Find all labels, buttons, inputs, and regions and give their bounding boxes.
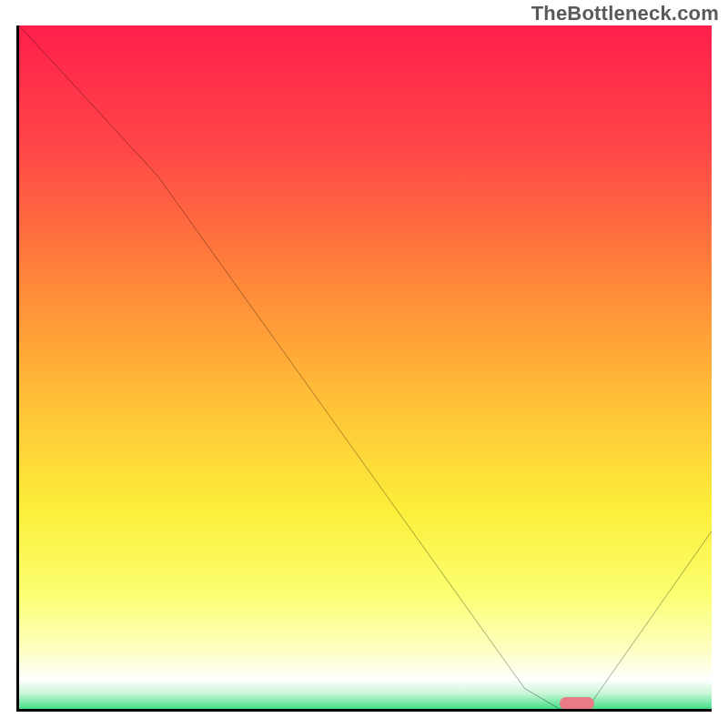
chart-line [19, 25, 712, 709]
chart-container: TheBottleneck.com [0, 0, 728, 728]
plot-area [16, 25, 712, 712]
optimal-range-marker [560, 697, 594, 710]
watermark-label: TheBottleneck.com [531, 2, 719, 25]
